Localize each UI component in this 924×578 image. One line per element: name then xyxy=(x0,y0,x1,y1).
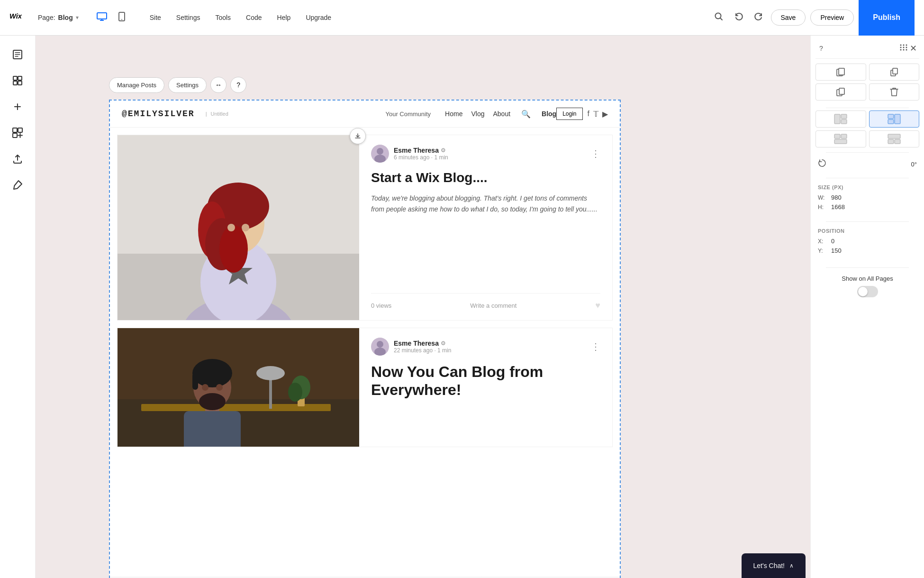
post-1-author-badge: ⚙ xyxy=(441,147,446,154)
post-1-author-info: Esme Theresa ⚙ 6 minutes ago · 1 min xyxy=(371,145,448,163)
svg-point-25 xyxy=(227,224,235,231)
delete-tool[interactable] xyxy=(869,83,920,101)
menu-site[interactable]: Site xyxy=(143,10,168,25)
mobile-device-btn[interactable] xyxy=(115,10,129,26)
help-icon[interactable]: ? xyxy=(230,77,246,93)
svg-rect-67 xyxy=(841,119,847,124)
post-1-excerpt: Today, we're blogging about blogging. Th… xyxy=(371,193,600,286)
save-button[interactable]: Save xyxy=(771,9,806,26)
size-section: Size (px) W: 980 H: 1668 xyxy=(815,181,919,217)
nav-home[interactable]: Home xyxy=(445,110,462,118)
sidebar-item-design[interactable] xyxy=(6,69,29,92)
post-1-views: 0 views xyxy=(371,302,391,309)
preview-button[interactable]: Preview xyxy=(810,9,854,26)
menu-code[interactable]: Code xyxy=(239,10,268,25)
position-y-row: Y: 150 xyxy=(818,247,917,254)
nav-vlog[interactable]: Vlog xyxy=(471,110,484,118)
site-search-icon[interactable]: 🔍 xyxy=(521,110,531,119)
menu-tools[interactable]: Tools xyxy=(208,10,237,25)
copy-tool[interactable] xyxy=(815,83,866,101)
chat-label: Let's Chat! xyxy=(753,562,785,569)
post-1-like-icon[interactable]: ♥ xyxy=(595,301,600,311)
svg-rect-62 xyxy=(893,68,897,74)
svg-point-3 xyxy=(121,19,122,20)
manage-posts-button[interactable]: Manage Posts xyxy=(109,77,164,93)
post-1-author-avatar xyxy=(371,145,389,163)
panel-tools xyxy=(815,64,919,101)
panel-close-button[interactable]: ✕ xyxy=(910,43,917,54)
post-2-author-details: Esme Theresa ⚙ 22 minutes ago · 1 min xyxy=(394,339,451,354)
position-x-value[interactable]: 0 xyxy=(831,238,834,245)
twitter-icon[interactable]: 𝕋 xyxy=(593,110,598,119)
sidebar-item-apps[interactable] xyxy=(6,121,29,145)
nav-about[interactable]: About xyxy=(493,110,510,118)
menu-help[interactable]: Help xyxy=(271,10,298,25)
paste-style-tool[interactable] xyxy=(869,64,920,81)
chat-button[interactable]: Let's Chat! ∧ xyxy=(742,553,806,578)
size-h-value[interactable]: 1668 xyxy=(831,203,917,211)
toggle-knob xyxy=(858,287,868,296)
site-login-button[interactable]: Login xyxy=(556,108,582,120)
sidebar-item-add[interactable]: + xyxy=(6,95,29,119)
page-chevron-icon[interactable]: ▾ xyxy=(76,14,79,21)
youtube-icon[interactable]: ▶ xyxy=(602,110,608,119)
post-1-author-row: Esme Theresa ⚙ 6 minutes ago · 1 min ⋮ xyxy=(371,145,600,163)
post-1-author-meta: 6 minutes ago · 1 min xyxy=(394,154,448,161)
sidebar-item-pages[interactable] xyxy=(6,43,29,66)
menu-settings[interactable]: Settings xyxy=(170,10,207,25)
nav-blog[interactable]: Blog xyxy=(542,110,556,118)
site-logo: @EMILYSILVER xyxy=(122,109,195,119)
svg-rect-12 xyxy=(13,133,17,138)
publish-button[interactable]: Publish xyxy=(859,0,915,36)
toggle-track[interactable] xyxy=(857,286,878,297)
svg-rect-68 xyxy=(895,114,900,124)
search-action-icon[interactable] xyxy=(711,9,726,27)
layout-options xyxy=(815,110,919,147)
layout-option-tr[interactable] xyxy=(869,110,920,128)
svg-point-50 xyxy=(900,45,902,46)
post-1-content: Esme Theresa ⚙ 6 minutes ago · 1 min ⋮ xyxy=(359,135,612,320)
redo-action-icon[interactable] xyxy=(751,9,766,27)
copy-style-tool[interactable] xyxy=(815,64,866,81)
position-y-label: Y: xyxy=(818,248,827,254)
page-label: Page: xyxy=(38,14,55,21)
resize-icon[interactable]: ↔ xyxy=(210,77,226,93)
svg-point-56 xyxy=(900,49,902,51)
svg-rect-64 xyxy=(839,88,844,94)
post-1-more-icon[interactable]: ⋮ xyxy=(591,148,600,159)
position-section: Position X: 0 Y: 150 xyxy=(815,224,919,260)
size-w-label: W: xyxy=(818,194,827,201)
svg-point-55 xyxy=(906,47,907,48)
svg-rect-65 xyxy=(834,114,840,124)
site-tagline: Your Community xyxy=(385,110,431,118)
size-w-value[interactable]: 980 xyxy=(831,194,917,201)
sidebar-item-blog[interactable] xyxy=(6,173,29,197)
show-all-pages-toggle[interactable] xyxy=(815,286,919,297)
layout-option-bl[interactable] xyxy=(815,130,866,147)
post-1-comment[interactable]: Write a comment xyxy=(470,302,516,309)
position-y-value[interactable]: 150 xyxy=(831,247,842,254)
svg-rect-70 xyxy=(888,119,894,124)
post-2-author-badge: ⚙ xyxy=(441,340,446,347)
undo-action-icon[interactable] xyxy=(731,9,746,27)
layout-option-br[interactable] xyxy=(869,130,920,147)
facebook-icon[interactable]: f xyxy=(588,110,589,118)
download-handle[interactable] xyxy=(350,128,366,144)
svg-rect-71 xyxy=(834,134,840,138)
svg-rect-10 xyxy=(13,128,17,132)
layout-option-tl[interactable] xyxy=(815,110,866,128)
site-nav: Home Vlog About 🔍 Blog xyxy=(445,110,556,119)
post-2-more-icon[interactable]: ⋮ xyxy=(591,341,600,352)
svg-point-46 xyxy=(216,384,223,391)
desktop-device-btn[interactable] xyxy=(93,10,111,25)
panel-dots-icon[interactable] xyxy=(898,43,910,54)
wix-logo[interactable]: Wix xyxy=(9,10,28,25)
panel-help-icon[interactable]: ? xyxy=(818,43,824,54)
post-2-title: Now You Can Blog from Everywhere! xyxy=(371,363,600,399)
menu-upgrade[interactable]: Upgrade xyxy=(299,10,338,25)
canvas-area: Manage Posts Settings ↔ ? @EMILYSILVER |… xyxy=(36,71,924,578)
settings-button[interactable]: Settings xyxy=(168,77,207,93)
svg-rect-66 xyxy=(841,114,847,119)
current-page-name: Blog xyxy=(58,14,73,21)
sidebar-item-upload[interactable] xyxy=(6,147,29,171)
